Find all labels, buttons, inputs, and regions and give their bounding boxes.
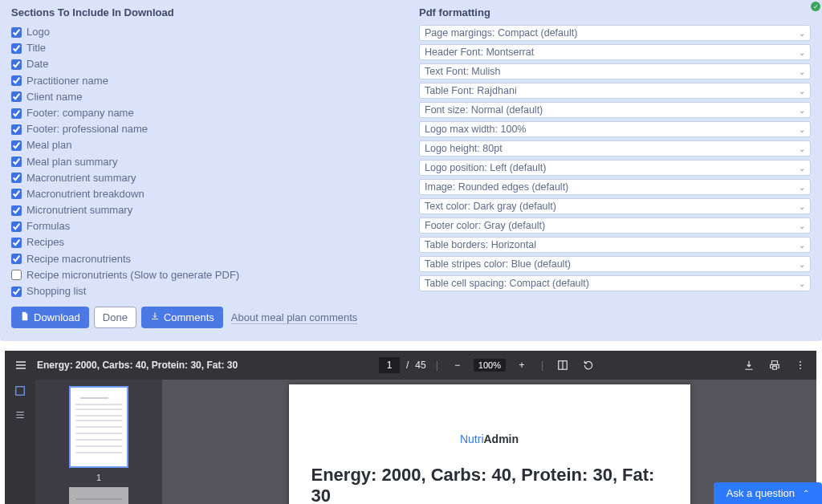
- chevron-up-icon: ⌃: [803, 489, 809, 498]
- rotate-icon[interactable]: [579, 356, 598, 375]
- zoom-in-button[interactable]: +: [512, 356, 531, 375]
- chevron-down-icon: ⌄: [799, 125, 805, 134]
- checkbox-input[interactable]: [11, 140, 22, 151]
- select-dropdown[interactable]: Logo height: 80pt⌄: [419, 140, 811, 156]
- ask-question-label: Ask a question: [726, 487, 795, 499]
- select-dropdown[interactable]: Font size: Normal (default)⌄: [419, 102, 811, 118]
- pdf-title-bar: Energy: 2000, Carbs: 40, Protein: 30, Fa…: [37, 360, 238, 371]
- select-dropdown[interactable]: Table cell spacing: Compact (default)⌄: [419, 275, 811, 291]
- menu-icon[interactable]: [11, 356, 31, 375]
- outline-tab-icon[interactable]: [14, 408, 26, 421]
- checkbox-input[interactable]: [11, 27, 22, 38]
- checkbox-input[interactable]: [11, 254, 22, 264]
- checkbox-input[interactable]: [11, 222, 22, 232]
- select-dropdown[interactable]: Text Font: Mulish⌄: [419, 63, 811, 79]
- checkbox-item[interactable]: Logo: [11, 25, 403, 39]
- checkbox-input[interactable]: [11, 91, 22, 102]
- pdf-zoom-display[interactable]: 100%: [474, 359, 506, 372]
- done-button[interactable]: Done: [94, 307, 136, 328]
- checkbox-input[interactable]: [11, 189, 22, 199]
- checkbox-item[interactable]: Meal plan: [11, 138, 403, 152]
- checkbox-item[interactable]: Shopping list: [11, 284, 403, 299]
- checkbox-item[interactable]: Client name: [11, 90, 403, 104]
- checkbox-label: Shopping list: [26, 284, 86, 299]
- checkbox-label: Footer: company name: [26, 106, 134, 120]
- pdf-download-icon[interactable]: [739, 356, 759, 375]
- button-bar: Download Done Comments About meal plan c…: [11, 307, 403, 328]
- select-dropdown[interactable]: Logo max width: 100%⌄: [419, 121, 811, 137]
- select-dropdown[interactable]: Page margings: Compact (default)⌄: [419, 25, 811, 41]
- select-dropdown[interactable]: Header Font: Montserrat⌄: [419, 44, 811, 60]
- select-dropdown[interactable]: Table borders: Horizontal⌄: [419, 237, 811, 253]
- print-icon[interactable]: [765, 356, 784, 375]
- more-icon[interactable]: [791, 356, 810, 375]
- svg-point-1: [800, 361, 801, 363]
- download-button[interactable]: Download: [11, 307, 89, 328]
- chevron-down-icon: ⌄: [799, 67, 805, 76]
- pdf-page: NutriAdmin Energy: 2000, Carbs: 40, Prot…: [289, 384, 690, 504]
- select-label: Font size: Normal (default): [425, 104, 799, 116]
- checkbox-input[interactable]: [11, 173, 22, 183]
- select-label: Logo max width: 100%: [425, 124, 799, 135]
- select-label: Footer color: Gray (default): [425, 220, 799, 231]
- comments-button[interactable]: Comments: [141, 307, 223, 328]
- checkbox-item[interactable]: Title: [11, 41, 403, 55]
- checkbox-item[interactable]: Recipe micronutrients (Slow to generate …: [11, 268, 403, 282]
- ask-question-button[interactable]: Ask a question ⌃: [714, 482, 822, 504]
- sections-column: Sections To Include In Download LogoTitl…: [11, 6, 403, 328]
- chevron-down-icon: ⌄: [799, 183, 805, 192]
- checkbox-item[interactable]: Macronutrient summary: [11, 171, 403, 185]
- checkbox-label: Macronutrient summary: [26, 171, 136, 185]
- select-dropdown[interactable]: Logo position: Left (default)⌄: [419, 160, 811, 176]
- checkbox-label: Title: [26, 41, 46, 55]
- chevron-down-icon: ⌄: [799, 144, 805, 153]
- pdf-thumb-number: 1: [96, 473, 101, 482]
- checkbox-label: Footer: professional name: [26, 122, 148, 136]
- checkbox-item[interactable]: Formulas: [11, 219, 403, 234]
- checkbox-item[interactable]: Date: [11, 57, 403, 71]
- download-label: Download: [34, 311, 80, 323]
- select-label: Text Font: Mulish: [425, 66, 799, 77]
- checkbox-item[interactable]: Meal plan summary: [11, 155, 403, 169]
- checkbox-item[interactable]: Practitioner name: [11, 74, 403, 88]
- checkbox-input[interactable]: [11, 75, 22, 86]
- checkbox-item[interactable]: Footer: company name: [11, 106, 403, 120]
- checkbox-input[interactable]: [11, 156, 22, 167]
- thumbnails-tab-icon[interactable]: [14, 384, 26, 397]
- pdf-thumb[interactable]: [69, 386, 128, 468]
- chevron-down-icon: ⌄: [799, 48, 805, 57]
- checkbox-input[interactable]: [11, 108, 22, 119]
- select-dropdown[interactable]: Table Font: Rajdhani⌄: [419, 83, 811, 99]
- select-label: Logo position: Left (default): [425, 162, 799, 173]
- checkbox-input[interactable]: [11, 238, 22, 248]
- checkbox-item[interactable]: Recipes: [11, 235, 403, 250]
- select-dropdown[interactable]: Text color: Dark gray (default)⌄: [419, 198, 811, 214]
- about-comments-link[interactable]: About meal plan comments: [231, 311, 358, 324]
- select-dropdown[interactable]: Table stripes color: Blue (default)⌄: [419, 256, 811, 272]
- zoom-out-button[interactable]: −: [448, 356, 467, 375]
- checkbox-item[interactable]: Micronutrient summary: [11, 203, 403, 217]
- checkbox-input[interactable]: [11, 205, 22, 216]
- select-dropdown[interactable]: Image: Rounded edges (default)⌄: [419, 179, 811, 195]
- pdf-thumb[interactable]: [69, 487, 128, 504]
- checkbox-item[interactable]: Macronutrient breakdown: [11, 187, 403, 201]
- fit-page-icon[interactable]: [553, 356, 572, 375]
- pdf-logo: NutriAdmin: [311, 433, 668, 445]
- checkbox-input[interactable]: [11, 270, 22, 280]
- pdf-thumbnails[interactable]: 1: [35, 380, 162, 504]
- svg-point-2: [800, 364, 801, 366]
- chevron-down-icon: ⌄: [799, 87, 805, 96]
- select-label: Page margings: Compact (default): [425, 27, 799, 39]
- checkbox-item[interactable]: Footer: professional name: [11, 122, 403, 136]
- sections-header: Sections To Include In Download: [11, 6, 403, 18]
- select-dropdown[interactable]: Footer color: Gray (default)⌄: [419, 217, 811, 234]
- checkbox-input[interactable]: [11, 59, 22, 70]
- checkbox-label: Date: [26, 57, 48, 71]
- checkbox-input[interactable]: [11, 287, 22, 297]
- checkbox-item[interactable]: Recipe macronutrients: [11, 252, 403, 266]
- sync-ok-badge: ✓: [811, 2, 820, 11]
- checkbox-input[interactable]: [11, 124, 22, 135]
- checkbox-input[interactable]: [11, 43, 22, 54]
- pdf-page-input[interactable]: [379, 357, 400, 373]
- select-list: Page margings: Compact (default)⌄Header …: [419, 25, 811, 291]
